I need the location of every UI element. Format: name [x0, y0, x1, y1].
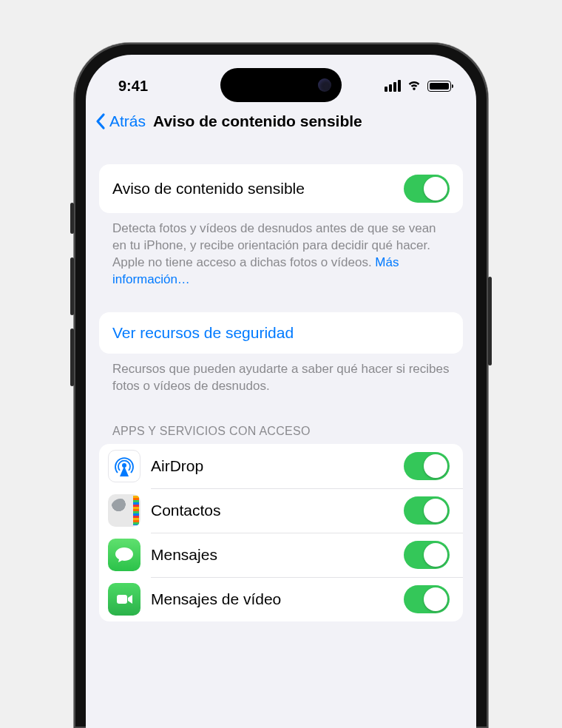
- app-row-video-messages: Mensajes de vídeo: [99, 577, 463, 621]
- nav-bar: Atrás Aviso de contenido sensible: [86, 104, 476, 141]
- sensitive-warning-toggle[interactable]: [404, 175, 450, 203]
- app-label: Contactos: [151, 502, 393, 519]
- resources-footer: Recursos que pueden ayudarte a saber qué…: [99, 354, 463, 395]
- front-camera-icon: [318, 78, 331, 92]
- group-main-toggle: Aviso de contenido sensible Detecta foto…: [99, 164, 463, 289]
- power-button: [488, 277, 492, 365]
- video-messages-icon: [108, 583, 140, 616]
- app-label: AirDrop: [151, 457, 393, 475]
- battery-icon: [427, 81, 451, 92]
- screen: 9:41 Atrás Aviso de contenido sensible A: [86, 55, 476, 728]
- cellular-icon: [385, 80, 401, 92]
- volume-down-button: [70, 328, 74, 386]
- contacts-icon: [108, 494, 140, 527]
- app-row-airdrop: AirDrop: [99, 444, 463, 488]
- cell-card: Aviso de contenido sensible: [99, 164, 463, 213]
- app-row-messages: Mensajes: [99, 533, 463, 577]
- contacts-toggle[interactable]: [404, 496, 450, 525]
- group-apps: APPS Y SERVICIOS CON ACCESO AirDrop Cont…: [99, 425, 463, 621]
- messages-icon: [108, 539, 140, 571]
- apps-section-header: APPS Y SERVICIOS CON ACCESO: [99, 425, 463, 444]
- phone-frame: 9:41 Atrás Aviso de contenido sensible A: [74, 43, 488, 728]
- page-title: Aviso de contenido sensible: [153, 112, 467, 130]
- video-messages-toggle[interactable]: [404, 585, 450, 613]
- status-time: 9:41: [118, 78, 148, 95]
- app-row-contacts: Contactos: [99, 488, 463, 533]
- back-label: Atrás: [109, 112, 146, 130]
- apps-list: AirDrop Contactos Mensajes: [99, 444, 463, 621]
- chevron-left-icon: [95, 112, 106, 130]
- svg-rect-1: [117, 595, 127, 604]
- messages-toggle[interactable]: [404, 541, 450, 569]
- wifi-icon: [406, 78, 422, 94]
- dynamic-island: [220, 68, 342, 102]
- sensitive-warning-cell: Aviso de contenido sensible: [99, 164, 463, 213]
- volume-up-button: [70, 257, 74, 315]
- view-safety-resources-button[interactable]: Ver recursos de seguridad: [99, 312, 463, 354]
- app-label: Mensajes de vídeo: [151, 590, 393, 608]
- content: Aviso de contenido sensible Detecta foto…: [86, 164, 476, 621]
- group-resources: Ver recursos de seguridad Recursos que p…: [99, 312, 463, 395]
- status-icons: [385, 78, 451, 94]
- side-button: [70, 203, 74, 234]
- app-label: Mensajes: [151, 546, 393, 564]
- airdrop-icon: [108, 450, 140, 482]
- main-footer: Detecta fotos y vídeos de desnudos antes…: [99, 213, 463, 289]
- airdrop-toggle[interactable]: [404, 452, 450, 480]
- back-button[interactable]: Atrás: [95, 112, 146, 130]
- sensitive-warning-label: Aviso de contenido sensible: [112, 180, 404, 198]
